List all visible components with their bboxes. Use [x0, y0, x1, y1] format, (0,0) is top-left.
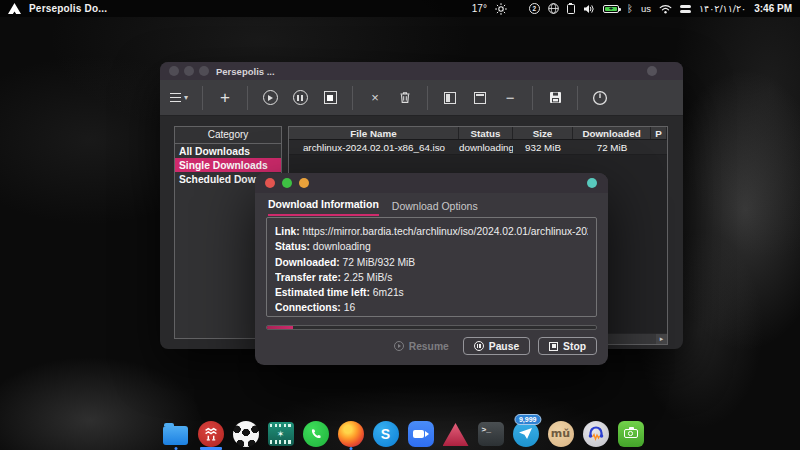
persepolis-icon — [198, 421, 224, 447]
download-info-box: Link: https://mirror.bardia.tech/archlin… — [266, 217, 597, 317]
add-download-button[interactable]: + — [217, 85, 233, 111]
main-window-titlebar[interactable]: Persepolis ... — [160, 62, 683, 80]
tab-download-information[interactable]: Download Information — [268, 198, 379, 216]
stop-button[interactable]: Stop — [538, 337, 597, 355]
dock-item-whatsapp[interactable] — [302, 420, 329, 447]
dock-item-arch[interactable] — [442, 420, 469, 447]
whatsapp-icon — [303, 421, 329, 447]
info-transfer-rate-label: Transfer rate: — [275, 272, 341, 283]
sidebar-item-single-downloads[interactable]: Single Downloads — [175, 158, 281, 172]
dock: ✶ S >_ 9,999 mǔ — [162, 420, 644, 447]
minimize-row-button[interactable]: − — [502, 85, 518, 111]
info-transfer-rate: Transfer rate: 2.25 MiB/s — [275, 270, 588, 285]
dock-item-finder[interactable] — [162, 420, 189, 447]
dock-item-zoom[interactable] — [407, 420, 434, 447]
dialog-accent-dot — [587, 178, 597, 188]
control-center-icon[interactable] — [680, 5, 691, 13]
dock-item-audacity[interactable] — [582, 420, 609, 447]
resume-button[interactable]: Resume — [388, 337, 455, 355]
table-row[interactable]: archlinux-2024.02.01-x86_64.iso download… — [289, 140, 667, 155]
stop-download-button[interactable] — [322, 85, 338, 111]
scrollbar-right-arrow[interactable]: ▸ — [656, 334, 667, 344]
dock-item-musescore[interactable]: mǔ — [547, 420, 574, 447]
column-header-size[interactable]: Size — [513, 127, 573, 139]
column-header-file-name[interactable]: File Name — [289, 127, 459, 139]
close-window-button[interactable] — [169, 66, 179, 76]
audacity-icon — [583, 421, 609, 447]
zoom-window-button[interactable] — [199, 66, 209, 76]
stop-square-icon — [324, 91, 337, 104]
zoom-dialog-button[interactable] — [299, 178, 309, 188]
menu-bar: Persepolis Do... 17° 2 + ᛒ us — [0, 0, 800, 17]
pause-button[interactable]: Pause — [463, 337, 530, 355]
minimize-dialog-button[interactable] — [282, 178, 292, 188]
dock-item-firefox[interactable] — [337, 420, 364, 447]
info-connections-value: 16 — [344, 302, 355, 313]
dialog-titlebar[interactable] — [255, 173, 608, 193]
menu-bar-clock[interactable]: 3:46 PM — [754, 3, 792, 14]
main-window-title: Persepolis ... — [216, 66, 275, 77]
info-connections: Connections: 16 — [275, 300, 588, 315]
menu-button[interactable]: ▾ — [170, 85, 188, 111]
temperature-status[interactable]: 17° — [472, 3, 487, 14]
dock-item-persepolis[interactable] — [197, 420, 224, 447]
side-panel-icon — [444, 92, 456, 104]
stop-square-icon — [549, 342, 558, 351]
info-transfer-rate-value: 2.25 MiB/s — [344, 272, 393, 283]
dock-item-terminal[interactable]: >_ — [477, 420, 504, 447]
dialog-button-row: Resume Pause Stop — [266, 337, 597, 355]
wifi-icon[interactable] — [659, 4, 672, 14]
toolbar-divider — [202, 86, 203, 110]
close-dialog-button[interactable] — [265, 178, 275, 188]
minimize-window-button[interactable] — [184, 66, 194, 76]
column-header-progress[interactable]: P — [651, 127, 667, 139]
info-downloaded-label: Downloaded: — [275, 257, 340, 268]
new-window-button[interactable] — [472, 85, 488, 111]
dock-item-skype[interactable]: S — [372, 420, 399, 447]
pause-button-label: Pause — [489, 341, 519, 352]
info-status-value: downloading — [313, 241, 371, 252]
weather-sun-icon[interactable] — [495, 3, 507, 15]
toolbar-divider — [247, 86, 248, 110]
column-header-downloaded[interactable]: Downloaded — [573, 127, 651, 139]
firefox-icon — [338, 421, 364, 447]
finder-folder-icon — [163, 426, 188, 445]
globe-icon[interactable] — [548, 3, 559, 14]
dock-item-telegram[interactable]: 9,999 — [512, 420, 539, 447]
menu-bar-date[interactable]: ۱۴۰۲/۱۱/۲۰ — [699, 3, 746, 14]
volume-icon[interactable] — [583, 4, 595, 14]
musescore-icon: mǔ — [548, 421, 574, 447]
clock-icon — [592, 90, 608, 106]
apple-arch-menu-icon[interactable] — [8, 3, 21, 14]
cell-status: downloading — [459, 140, 513, 154]
remove-download-button[interactable]: × — [367, 85, 383, 111]
info-connections-label: Connections: — [275, 302, 341, 313]
trash-button[interactable] — [397, 85, 413, 111]
tab-download-options[interactable]: Download Options — [392, 200, 478, 216]
clipboard-icon[interactable] — [567, 4, 575, 14]
pause-circle-icon — [293, 90, 308, 105]
schedule-button[interactable] — [592, 85, 608, 111]
bluetooth-icon[interactable]: ᛒ — [627, 3, 633, 14]
dock-item-video-editor[interactable]: ✶ — [267, 420, 294, 447]
trash-icon — [399, 91, 411, 104]
hamburger-icon — [170, 93, 181, 103]
queue-panel-button[interactable] — [442, 85, 458, 111]
dock-item-soccer[interactable] — [232, 420, 259, 447]
battery-icon[interactable]: + — [603, 5, 619, 13]
category-header: Category — [175, 127, 281, 144]
dialog-tab-bar: Download Information Download Options — [255, 193, 608, 216]
keyboard-layout-indicator[interactable]: us — [641, 3, 651, 14]
dock-item-camera[interactable] — [617, 420, 644, 447]
notification-count-icon[interactable]: 2 — [529, 3, 540, 14]
save-queue-button[interactable] — [547, 85, 563, 111]
pause-download-button[interactable] — [292, 85, 308, 111]
window-status-dot — [647, 66, 657, 76]
resume-download-button[interactable] — [262, 85, 278, 111]
active-app-name[interactable]: Persepolis Do... — [29, 3, 107, 14]
toolbar-divider — [577, 86, 578, 110]
cell-progress — [651, 140, 667, 154]
sidebar-item-all-downloads[interactable]: All Downloads — [175, 144, 281, 158]
column-header-status[interactable]: Status — [459, 127, 513, 139]
info-eta: Estimated time left: 6m21s — [275, 285, 588, 300]
